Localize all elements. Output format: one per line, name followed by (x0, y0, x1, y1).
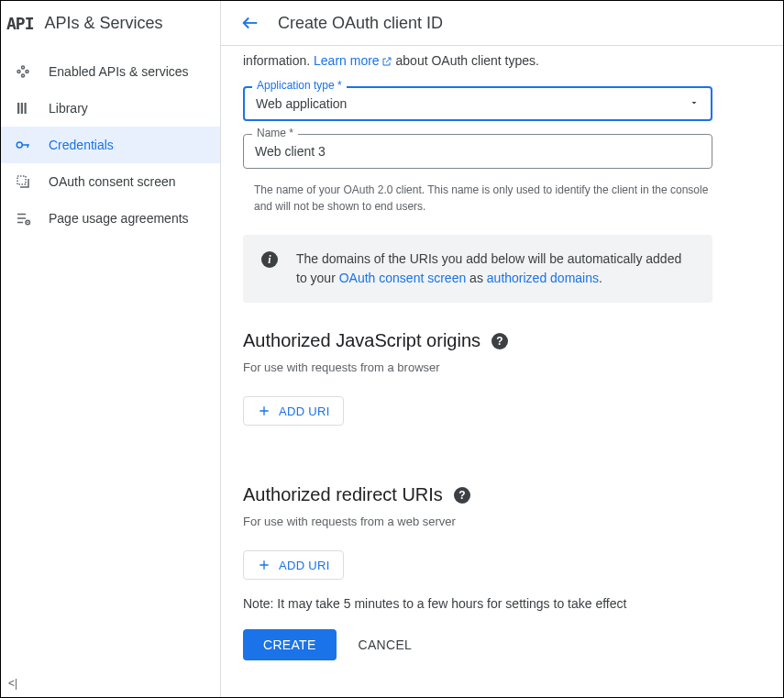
application-type-field[interactable]: Application type * Web application (243, 86, 712, 121)
name-input[interactable] (255, 144, 701, 159)
plus-icon (257, 558, 271, 572)
svg-point-2 (22, 66, 25, 69)
chevron-down-icon (689, 96, 700, 111)
sidebar-nav: Enabled APIs & services Library Credenti… (1, 46, 220, 237)
sidebar-item-library[interactable]: Library (1, 90, 220, 127)
consent-icon (14, 172, 32, 191)
page-title: Create OAuth client ID (278, 14, 443, 33)
cancel-button[interactable]: CANCEL (359, 637, 413, 652)
info-icon: i (261, 251, 278, 268)
info-box: i The domains of the URIs you add below … (243, 235, 712, 303)
redirect-title-row: Authorized redirect URIs ? (243, 484, 761, 505)
sidebar: API APIs & Services Enabled APIs & servi… (1, 1, 221, 697)
sidebar-item-label: Credentials (49, 138, 114, 152)
add-uri-js-label: ADD URI (279, 404, 330, 418)
svg-rect-6 (25, 103, 27, 114)
sidebar-item-page-usage[interactable]: Page usage agreements (1, 200, 220, 237)
plus-icon (257, 404, 271, 418)
key-icon (14, 136, 32, 154)
diamond-icon (14, 62, 32, 81)
api-logo: API (6, 14, 34, 33)
library-icon (14, 99, 32, 117)
content-area: information. Learn more about OAuth clie… (221, 46, 783, 697)
help-icon[interactable]: ? (491, 333, 508, 349)
js-origins-desc: For use with requests from a browser (243, 360, 761, 374)
create-button[interactable]: CREATE (243, 629, 337, 660)
name-field[interactable]: Name * (243, 134, 712, 169)
sidebar-title: APIs & Services (45, 14, 163, 33)
sidebar-item-label: Library (49, 101, 88, 116)
svg-point-1 (26, 71, 28, 73)
external-link-icon (381, 55, 392, 70)
authorized-domains-link[interactable]: authorized domains (487, 271, 599, 285)
add-uri-redirect-label: ADD URI (279, 559, 330, 572)
svg-rect-5 (21, 103, 23, 114)
add-uri-js-button[interactable]: ADD URI (243, 396, 344, 426)
form-actions: CREATE CANCEL (243, 629, 761, 660)
sidebar-item-label: OAuth consent screen (49, 174, 176, 189)
svg-point-7 (17, 142, 22, 148)
sidebar-item-credentials[interactable]: Credentials (1, 127, 220, 163)
main-header: Create OAuth client ID (221, 1, 783, 46)
arrow-left-icon (240, 13, 260, 33)
main: Create OAuth client ID information. Lear… (221, 1, 783, 697)
info-text: The domains of the URIs you add below wi… (296, 249, 694, 288)
sidebar-item-label: Page usage agreements (49, 211, 189, 226)
redirect-desc: For use with requests from a web server (243, 515, 761, 528)
help-icon[interactable]: ? (454, 487, 470, 504)
oauth-consent-link[interactable]: OAuth consent screen (339, 271, 467, 285)
agreements-icon (14, 209, 32, 227)
back-button[interactable] (239, 12, 261, 34)
intro-prefix: information. (243, 53, 314, 68)
sidebar-item-label: Enabled APIs & services (49, 64, 189, 79)
learn-more-link[interactable]: Learn more (314, 53, 392, 68)
js-origins-title-row: Authorized JavaScript origins ? (243, 330, 761, 351)
js-origins-title: Authorized JavaScript origins (243, 330, 480, 351)
svg-rect-9 (28, 144, 29, 148)
svg-point-0 (17, 71, 20, 73)
intro-text: information. Learn more about OAuth clie… (243, 53, 761, 70)
svg-rect-10 (17, 176, 26, 184)
name-helper-text: The name of your OAuth 2.0 client. This … (254, 182, 712, 215)
sidebar-item-oauth-consent[interactable]: OAuth consent screen (1, 163, 220, 200)
svg-rect-4 (17, 103, 19, 114)
application-type-label: Application type * (252, 79, 347, 92)
note-text: Note: It may take 5 minutes to a few hou… (243, 596, 761, 611)
collapse-sidebar-button[interactable]: <| (8, 677, 17, 690)
redirect-title: Authorized redirect URIs (243, 484, 443, 505)
sidebar-header: API APIs & Services (1, 1, 220, 46)
add-uri-redirect-button[interactable]: ADD URI (243, 550, 344, 580)
sidebar-item-enabled-apis[interactable]: Enabled APIs & services (1, 53, 220, 90)
name-label: Name * (252, 127, 298, 139)
intro-suffix: about OAuth client types. (392, 53, 539, 68)
application-type-value: Web application (256, 96, 689, 111)
svg-point-3 (22, 74, 25, 77)
